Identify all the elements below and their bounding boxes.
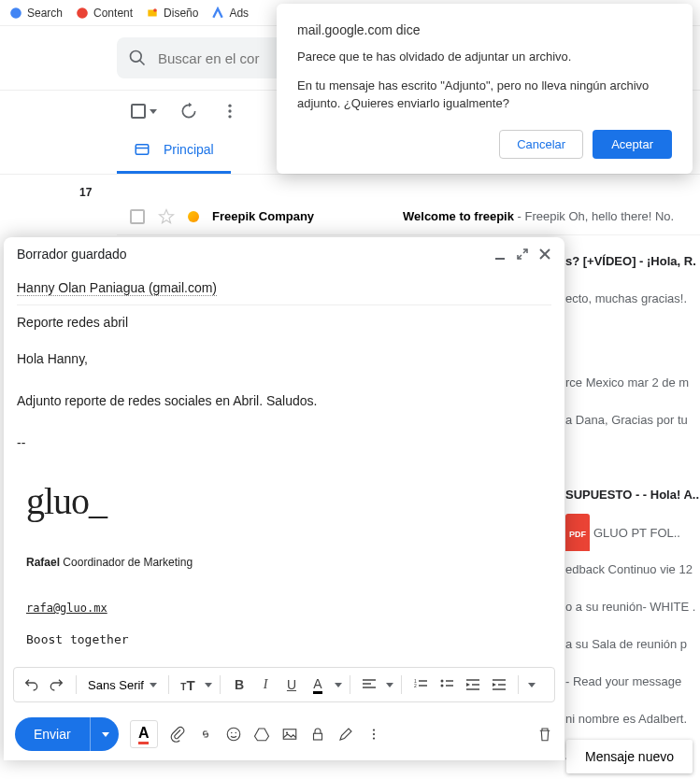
signature-logo: gluo_: [26, 472, 551, 531]
undo-icon[interactable]: [20, 673, 42, 696]
search-icon: [128, 49, 147, 67]
minimize-icon[interactable]: [493, 248, 507, 261]
caret-down-icon[interactable]: [386, 683, 393, 687]
trash-icon[interactable]: [536, 726, 553, 743]
new-message-button[interactable]: Mensaje nuevo: [566, 740, 693, 773]
svg-point-39: [373, 733, 375, 735]
lock-icon[interactable]: [309, 726, 326, 743]
svg-point-1: [77, 7, 88, 19]
inbox-count: 17: [79, 186, 92, 199]
sender-name: Freepik Company: [212, 209, 390, 223]
subject-field[interactable]: Reporte redes abril: [17, 305, 551, 339]
link-icon[interactable]: [197, 726, 214, 743]
bookmark-search[interactable]: Search: [9, 7, 63, 20]
indent-more-icon[interactable]: [488, 673, 510, 696]
google-icon: [9, 7, 22, 20]
svg-point-34: [235, 732, 236, 734]
send-toolbar: Enviar A: [4, 710, 564, 760]
refresh-icon[interactable]: [179, 102, 198, 120]
svg-point-38: [373, 729, 375, 731]
send-options[interactable]: [90, 717, 119, 751]
text-color-icon[interactable]: A: [307, 673, 329, 696]
caret-down-icon[interactable]: [335, 683, 342, 687]
svg-point-4: [131, 51, 142, 63]
svg-point-8: [228, 115, 231, 118]
signature-email[interactable]: rafa@gluo.mx: [26, 600, 551, 617]
tab-label: Principal: [164, 142, 214, 157]
align-icon[interactable]: [358, 673, 380, 696]
send-label: Enviar: [15, 727, 90, 742]
dialog-text: Parece que te has olvidado de adjuntar u…: [297, 49, 672, 66]
bookmark-label: Content: [93, 7, 133, 20]
emoji-icon[interactable]: [225, 726, 242, 743]
font-size-icon[interactable]: TT: [177, 673, 199, 696]
signature-tagline: Boost together: [26, 630, 551, 650]
drive-icon[interactable]: [253, 726, 270, 743]
close-icon[interactable]: [538, 248, 551, 261]
caret-down-icon[interactable]: [205, 683, 212, 687]
bookmark-label: Search: [27, 7, 63, 20]
svg-point-36: [286, 732, 288, 734]
bookmark-ads[interactable]: Ads: [211, 7, 249, 20]
more-icon[interactable]: [221, 102, 239, 120]
svg-point-33: [231, 732, 233, 734]
bookmark-label: Ads: [229, 7, 249, 20]
more-icon[interactable]: [365, 726, 382, 743]
svg-rect-35: [283, 729, 296, 740]
recipient-field[interactable]: Hanny Olan Paniagua (gmail.com): [17, 271, 551, 305]
ads-icon: [211, 7, 224, 20]
svg-point-24: [440, 685, 443, 687]
format-toolbar: Sans Serif TT B I U A 12: [13, 667, 555, 702]
compose-window: Borrador guardado Hanny Olan Paniagua (g…: [4, 237, 564, 760]
svg-point-0: [10, 7, 21, 19]
bold-icon[interactable]: B: [228, 673, 250, 696]
tab-primary[interactable]: Principal: [117, 128, 231, 174]
svg-point-7: [228, 109, 231, 112]
bookmark-content[interactable]: Content: [76, 7, 133, 20]
dialog-title: mail.google.com dice: [297, 22, 672, 37]
redo-icon[interactable]: [46, 673, 68, 696]
svg-point-32: [227, 728, 240, 741]
pen-icon[interactable]: [337, 726, 354, 743]
bullet-list-icon[interactable]: [436, 673, 458, 696]
compose-header: Borrador guardado: [4, 237, 564, 271]
pdf-icon: PDF: [565, 514, 590, 551]
send-button[interactable]: Enviar: [15, 717, 119, 751]
ok-button[interactable]: Aceptar: [593, 130, 672, 159]
attach-icon[interactable]: [169, 726, 186, 743]
svg-rect-37: [313, 733, 321, 740]
signature-name: Rafael Coordinador de Marketing: [26, 554, 551, 572]
italic-icon[interactable]: I: [254, 673, 277, 696]
email-subject: Welcome to freepik - Freepik Oh, hello t…: [403, 209, 700, 223]
checkbox-icon[interactable]: [130, 209, 145, 224]
bookmark-design[interactable]: Diseño: [146, 7, 198, 20]
compose-body: Hanny Olan Paniagua (gmail.com) Reporte …: [4, 271, 564, 659]
caret-down-icon: [150, 109, 157, 114]
star-icon[interactable]: [158, 208, 175, 225]
folder-icon: [146, 7, 159, 20]
indent-less-icon[interactable]: [462, 673, 484, 696]
svg-text:2: 2: [414, 683, 417, 688]
svg-point-40: [373, 738, 375, 740]
svg-point-22: [440, 680, 443, 683]
google-icon: [76, 7, 89, 20]
svg-line-5: [140, 61, 145, 65]
ordered-list-icon[interactable]: 12: [409, 673, 432, 696]
font-select[interactable]: Sans Serif: [84, 678, 161, 692]
svg-point-3: [153, 8, 157, 12]
body-editor[interactable]: Hola Hanny, Adjunto reporte de redes soc…: [17, 339, 551, 650]
bookmark-label: Diseño: [164, 7, 198, 20]
caret-down-icon[interactable]: [528, 683, 536, 687]
email-row[interactable]: Freepik Company Welcome to freepik - Fre…: [117, 198, 700, 235]
text-format-icon[interactable]: A: [130, 720, 158, 748]
underline-icon[interactable]: U: [280, 673, 303, 696]
cancel-button[interactable]: Cancelar: [499, 130, 583, 159]
dialog-text: En tu mensaje has escrito "Adjunto", per…: [297, 78, 672, 113]
alert-dialog: mail.google.com dice Parece que te has o…: [277, 4, 693, 174]
expand-icon[interactable]: [516, 248, 529, 261]
image-icon[interactable]: [281, 726, 298, 743]
select-all[interactable]: [131, 104, 157, 119]
compose-status: Borrador guardado: [17, 247, 127, 262]
sender-avatar-icon: [188, 211, 199, 222]
background-rows: s? [+VÍDEO] - ¡Hola, R. ecto, muchas gra…: [565, 243, 700, 775]
